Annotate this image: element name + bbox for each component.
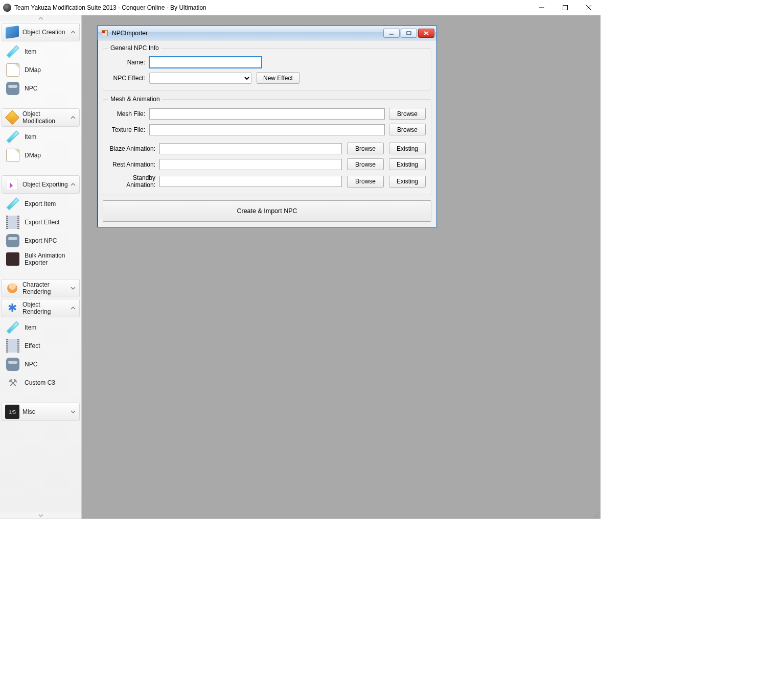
npc-effect-label: NPC Effect: [108, 75, 149, 82]
sidebar-item-mod-item[interactable]: Item [1, 128, 80, 146]
document-icon [5, 62, 20, 78]
mdi-client-area: NPCImporter [82, 15, 601, 519]
sidebar-item-label: Export Effect [25, 219, 59, 226]
titlebar: Team Yakuza Modification Suite 2013 - Co… [0, 0, 601, 15]
dialog-minimize-button[interactable] [383, 29, 400, 38]
minimize-button[interactable] [530, 0, 554, 15]
sidebar-item-bulk-animation-exporter[interactable]: Bulk Animation Exporter [1, 250, 80, 268]
export-arrow-icon [5, 177, 19, 192]
standby-browse-button[interactable]: Browse [347, 176, 384, 188]
sidebar-header-label: Character Rendering [22, 281, 70, 295]
svg-rect-1 [563, 5, 568, 10]
map-icon [5, 25, 19, 39]
sidebar-item-export-effect[interactable]: Export Effect [1, 213, 80, 231]
sidebar-item-custom-c3[interactable]: ⚒ Custom C3 [1, 373, 80, 392]
film-icon [5, 215, 20, 230]
sword-icon [5, 129, 20, 145]
sidebar-item-dmap[interactable]: DMap [1, 61, 80, 79]
clapperboard-icon [5, 251, 20, 267]
sidebar-item-label: DMap [25, 152, 41, 159]
sidebar-header-label: Object Exporting [22, 181, 70, 188]
npc-effect-select[interactable] [149, 73, 251, 84]
sidebar-item-label: Custom C3 [25, 379, 55, 386]
blaze-browse-button[interactable]: Browse [347, 143, 384, 154]
dialog-titlebar[interactable]: NPCImporter [98, 26, 436, 40]
texture-file-label: Texture File: [108, 126, 149, 133]
window-body: Object Creation Item DMap NPC [0, 15, 601, 519]
sidebar: Object Creation Item DMap NPC [0, 15, 82, 519]
sidebar-header-label: Object Modification [22, 110, 70, 125]
chevron-up-icon [70, 114, 76, 121]
app-icon [3, 4, 11, 12]
sidebar-header-object-exporting[interactable]: Object Exporting [2, 175, 80, 194]
sidebar-item-label: Item [25, 133, 36, 141]
main-window: Team Yakuza Modification Suite 2013 - Co… [0, 0, 601, 519]
dialog-close-button[interactable] [418, 29, 434, 38]
snowflake-icon: ✱ [5, 301, 19, 315]
person-icon [5, 281, 19, 295]
chevron-down-icon [70, 409, 76, 415]
sidebar-scroll-up[interactable] [0, 15, 81, 21]
maximize-button[interactable] [554, 0, 577, 15]
sidebar-header-character-rendering[interactable]: Character Rendering [2, 279, 80, 297]
svg-point-12 [596, 516, 597, 517]
group-mesh-animation: Mesh & Animation Mesh File: Browse Textu… [103, 96, 431, 195]
sidebar-header-object-rendering[interactable]: ✱ Object Rendering [2, 299, 80, 317]
sidebar-item-npc[interactable]: NPC [1, 79, 80, 98]
sidebar-item-label: Export Item [25, 200, 56, 207]
sidebar-header-misc[interactable]: 1/5 Misc [2, 403, 80, 421]
texture-file-input[interactable] [149, 124, 385, 135]
sidebar-item-export-item[interactable]: Export Item [1, 195, 80, 213]
npc-icon [5, 233, 20, 248]
sidebar-item-mod-dmap[interactable]: DMap [1, 146, 80, 165]
sidebar-item-export-npc[interactable]: Export NPC [1, 231, 80, 250]
sidebar-item-label: Bulk Animation Exporter [25, 252, 77, 266]
blaze-existing-button[interactable]: Existing [389, 143, 426, 154]
name-label: Name: [108, 59, 149, 66]
create-import-npc-button[interactable]: Create & Import NPC [103, 200, 431, 222]
pencil-icon [5, 110, 19, 125]
sidebar-item-item[interactable]: Item [1, 42, 80, 61]
group-legend: Mesh & Animation [108, 96, 162, 103]
close-button[interactable] [577, 0, 601, 15]
chevron-down-icon [70, 285, 76, 291]
sidebar-item-label: NPC [25, 85, 37, 92]
sidebar-scroll-down[interactable] [0, 512, 81, 519]
dialog-title: NPCImporter [112, 30, 383, 37]
npc-icon [5, 81, 20, 96]
sidebar-item-render-effect[interactable]: Effect [1, 337, 80, 355]
sidebar-header-object-modification[interactable]: Object Modification [2, 108, 80, 127]
sidebar-header-object-creation[interactable]: Object Creation [2, 23, 80, 41]
rest-animation-label: Rest Animation: [108, 161, 159, 168]
film-icon [5, 338, 20, 354]
sidebar-item-label: Item [25, 324, 36, 331]
texture-browse-button[interactable]: Browse [389, 124, 426, 135]
window-controls [530, 0, 601, 15]
svg-point-11 [594, 516, 595, 517]
mesh-file-label: Mesh File: [108, 110, 149, 118]
dialog-maximize-button[interactable] [401, 29, 417, 38]
rest-animation-input[interactable] [159, 159, 342, 170]
rest-browse-button[interactable]: Browse [347, 158, 384, 170]
mesh-browse-button[interactable]: Browse [389, 108, 426, 120]
dialog-window-controls [383, 29, 434, 38]
standby-animation-input[interactable] [159, 176, 342, 187]
winforms-icon [101, 29, 109, 37]
sidebar-content: Object Creation Item DMap NPC [0, 21, 81, 512]
blaze-animation-input[interactable] [159, 143, 342, 154]
sidebar-item-render-item[interactable]: Item [1, 318, 80, 337]
sidebar-item-label: NPC [25, 361, 37, 368]
new-effect-button[interactable]: New Effect [257, 72, 299, 84]
sidebar-header-label: Object Rendering [22, 301, 70, 315]
rest-existing-button[interactable]: Existing [389, 158, 426, 170]
npc-icon [5, 357, 20, 372]
sidebar-item-label: DMap [25, 66, 41, 74]
sidebar-item-render-npc[interactable]: NPC [1, 355, 80, 373]
npc-importer-dialog: NPCImporter [97, 26, 437, 227]
mesh-file-input[interactable] [149, 108, 385, 120]
name-input[interactable] [149, 57, 262, 68]
standby-existing-button[interactable]: Existing [389, 176, 426, 188]
sword-icon [5, 320, 20, 335]
app-title: Team Yakuza Modification Suite 2013 - Co… [14, 4, 530, 11]
resize-grip[interactable] [592, 510, 599, 518]
